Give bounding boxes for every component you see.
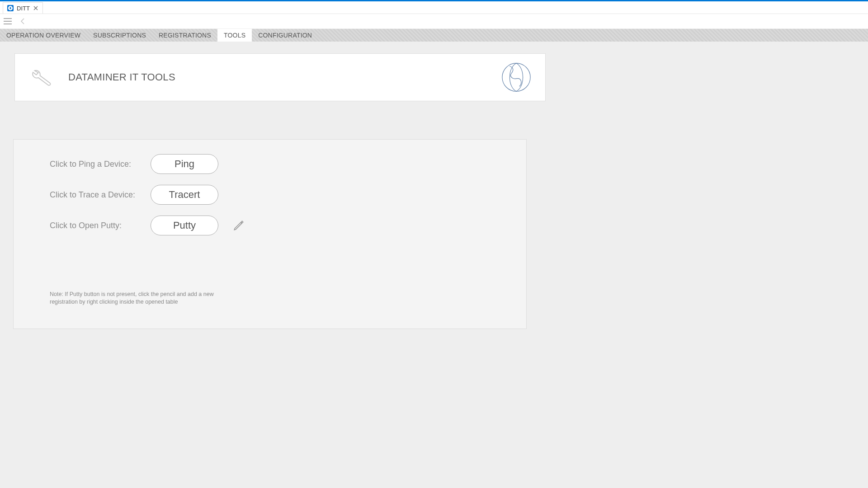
tool-row-ping: Click to Ping a Device: Ping [14,149,526,179]
tracert-button[interactable]: Tracert [151,185,218,205]
page-background: DATAMINER IT TOOLS Click to Ping a Devic… [0,42,868,488]
nav-tab-operation-overview[interactable]: OPERATION OVERVIEW [0,29,87,42]
window-tab-strip: DITT [0,1,868,14]
ping-button[interactable]: Ping [151,154,218,174]
putty-button[interactable]: Putty [151,216,218,235]
putty-note: Note: If Putty button is not present, cl… [50,291,240,306]
browser-tab-title: DITT [17,5,30,12]
tool-row-tracert: Click to Trace a Device: Tracert [14,179,526,210]
page-header-card: DATAMINER IT TOOLS [14,53,546,101]
nav-bar: OPERATION OVERVIEW SUBSCRIPTIONS REGISTR… [0,29,868,42]
close-tab-icon[interactable] [33,5,39,11]
nav-tab-registrations[interactable]: REGISTRATIONS [152,29,217,42]
wrench-icon [28,67,56,87]
globe-logo-icon [501,62,532,93]
pencil-edit-icon[interactable] [233,220,245,231]
nav-tab-subscriptions[interactable]: SUBSCRIPTIONS [87,29,152,42]
svg-point-1 [502,63,530,91]
browser-tab[interactable]: DITT [3,2,43,14]
hamburger-menu-icon[interactable] [3,16,13,26]
nav-tab-configuration[interactable]: CONFIGURATION [252,29,318,42]
tracert-label: Click to Trace a Device: [50,190,138,200]
tools-panel: Click to Ping a Device: Ping Click to Tr… [13,139,527,329]
page-title: DATAMINER IT TOOLS [68,71,175,83]
back-arrow-icon[interactable] [18,16,28,26]
ping-label: Click to Ping a Device: [50,160,138,169]
putty-label: Click to Open Putty: [50,221,138,230]
tool-row-putty: Click to Open Putty: Putty [14,210,526,241]
nav-tab-tools[interactable]: TOOLS [217,29,252,42]
app-favicon-icon [7,5,14,12]
app-toolbar [0,14,868,28]
